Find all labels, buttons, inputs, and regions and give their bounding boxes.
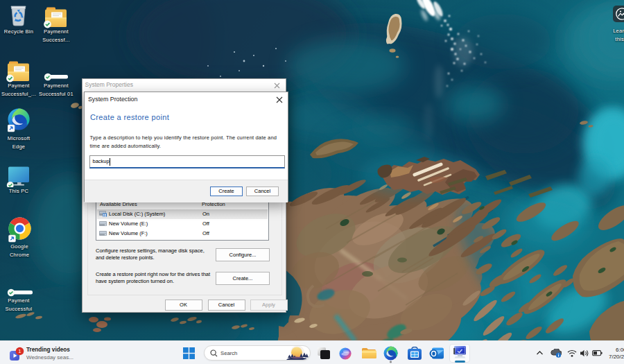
svg-text:1: 1 <box>19 349 21 354</box>
